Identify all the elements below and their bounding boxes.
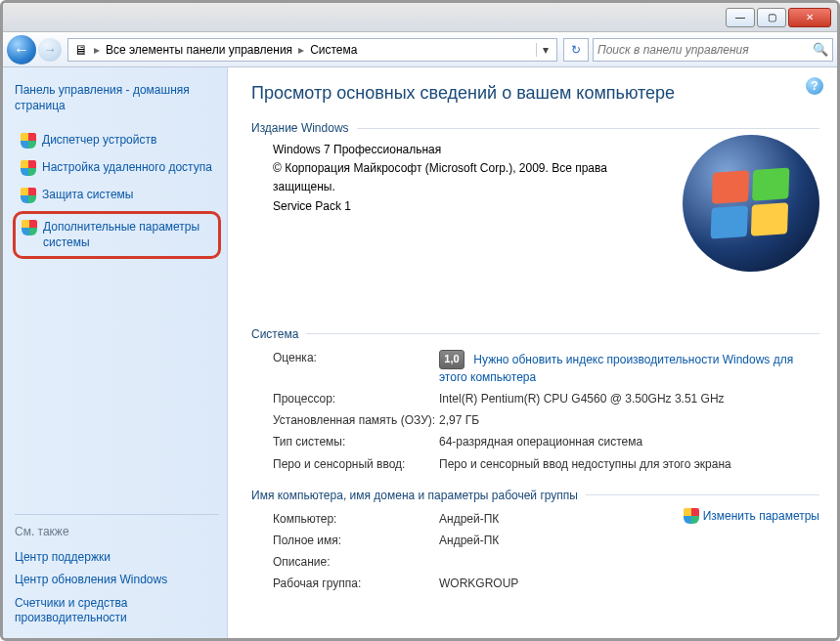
page-title: Просмотр основных сведений о вашем компь… <box>251 83 819 104</box>
sidebar-link-remote-settings[interactable]: Настройка удаленного доступа <box>15 154 219 182</box>
breadcrumb-dropdown[interactable]: ▾ <box>536 43 554 57</box>
shield-icon <box>21 160 36 176</box>
sidebar-item-label: Настройка удаленного доступа <box>42 160 212 176</box>
row-value: Андрей-ПК <box>439 533 499 548</box>
shield-icon <box>684 508 699 524</box>
row-label: Полное имя: <box>273 533 439 548</box>
update-index-link[interactable]: Нужно обновить индекс производительности… <box>439 352 793 383</box>
minimize-button[interactable]: — <box>726 8 755 27</box>
sidebar-item-label: Защита системы <box>42 188 133 203</box>
row-label: Рабочая группа: <box>273 576 439 591</box>
change-settings-link[interactable]: Изменить параметры <box>684 508 819 524</box>
row-label: Описание: <box>273 554 439 570</box>
row-value: 64-разрядная операционная система <box>439 434 642 449</box>
row-label: Установленная память (ОЗУ): <box>273 412 439 428</box>
search-icon: 🔍 <box>813 42 828 57</box>
row-label: Тип системы: <box>273 434 439 449</box>
section-computer-name: Имя компьютера, имя домена и параметры р… <box>251 489 819 595</box>
row-label: Процессор: <box>273 391 439 406</box>
shield-icon <box>21 188 36 203</box>
row-value: 2,97 ГБ <box>439 412 479 428</box>
see-also-title: См. также <box>15 525 219 538</box>
see-also-link-perf-tools[interactable]: Счетчики и средства производительности <box>15 592 219 630</box>
refresh-button[interactable]: ↻ <box>563 38 589 62</box>
breadcrumb-item[interactable]: Система <box>306 43 361 57</box>
shield-icon <box>22 220 37 235</box>
section-windows-edition: Издание Windows Windows 7 Профессиональн… <box>251 121 819 314</box>
sidebar-item-label: Диспетчер устройств <box>42 133 156 149</box>
see-also-link-windows-update[interactable]: Центр обновления Windows <box>15 569 219 592</box>
see-also-link-action-center[interactable]: Центр поддержки <box>15 546 219 570</box>
windows-logo <box>683 135 819 272</box>
search-box[interactable]: 🔍 <box>593 38 833 62</box>
section-legend: Имя компьютера, имя домена и параметры р… <box>251 489 586 502</box>
sidebar-home-link[interactable]: Панель управления - домашняя страница <box>15 83 219 113</box>
main-content: ? Просмотр основных сведений о вашем ком… <box>228 67 837 638</box>
row-value: Перо и сенсорный ввод недоступны для это… <box>439 456 731 472</box>
sidebar-see-also: См. также Центр поддержки Центр обновлен… <box>15 514 219 630</box>
change-settings-label: Изменить параметры <box>703 509 819 523</box>
sidebar-item-label: Дополнительные параметры системы <box>43 220 212 250</box>
experience-index-score: 1,0 <box>439 350 464 369</box>
breadcrumb[interactable]: 🖥 ▸ Все элементы панели управления ▸ Сис… <box>67 38 557 62</box>
section-legend: Система <box>251 327 306 341</box>
titlebar: — ▢ ✕ <box>3 3 837 32</box>
row-label: Компьютер: <box>273 511 439 527</box>
navbar: ← → 🖥 ▸ Все элементы панели управления ▸… <box>3 32 837 67</box>
search-input[interactable] <box>597 43 813 57</box>
maximize-button[interactable]: ▢ <box>757 8 786 27</box>
shield-icon <box>21 133 36 149</box>
edition-copyright: © Корпорация Майкрософт (Microsoft Corp.… <box>273 159 625 196</box>
sidebar-link-system-protection[interactable]: Защита системы <box>15 182 219 209</box>
help-button[interactable]: ? <box>806 77 823 95</box>
sidebar-link-device-manager[interactable]: Диспетчер устройств <box>15 127 219 154</box>
row-label: Перо и сенсорный ввод: <box>273 456 439 472</box>
nav-forward-button[interactable]: → <box>38 38 62 62</box>
nav-back-button[interactable]: ← <box>7 35 36 64</box>
row-value: Андрей-ПК <box>439 511 499 527</box>
row-value: Intel(R) Pentium(R) CPU G4560 @ 3.50GHz … <box>439 391 725 406</box>
chevron-right-icon[interactable]: ▸ <box>92 43 102 57</box>
row-value: WORKGROUP <box>439 576 518 591</box>
section-legend: Издание Windows <box>251 121 357 135</box>
refresh-icon: ↻ <box>571 43 581 57</box>
sidebar-link-advanced-system[interactable]: Дополнительные параметры системы <box>13 211 221 259</box>
computer-icon: 🖥 <box>72 41 90 59</box>
breadcrumb-item[interactable]: Все элементы панели управления <box>102 43 296 57</box>
chevron-right-icon[interactable]: ▸ <box>296 43 306 57</box>
section-system: Система Оценка: 1,0 Нужно обновить индек… <box>251 327 819 475</box>
sidebar: Панель управления - домашняя страница Ди… <box>3 67 228 638</box>
close-button[interactable]: ✕ <box>788 8 831 27</box>
row-label: Оценка: <box>273 350 439 385</box>
